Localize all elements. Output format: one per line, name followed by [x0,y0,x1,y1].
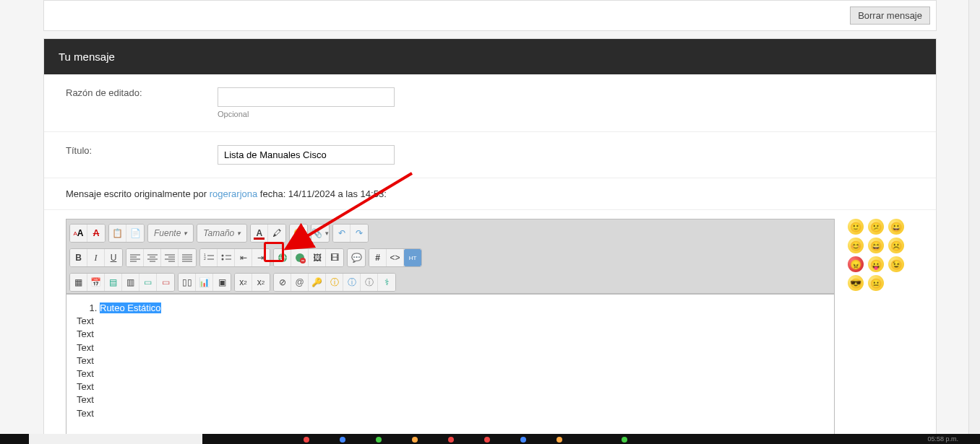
message-form-panel: Tu mensaje Razón de editado: Opcional Tí… [43,38,937,440]
quote-icon[interactable]: 💬 [348,249,365,266]
emoji-angry[interactable]: 😠 [848,256,864,272]
font-color-icon[interactable]: AA [70,225,87,242]
emoji-smile[interactable]: 🙂 [848,219,864,235]
info-gray-icon[interactable]: ⓘ [361,274,378,291]
columns-icon[interactable]: ▯▯ [179,274,196,291]
panel-title: Tu mensaje [59,51,115,63]
text-color-picker-icon[interactable]: A [251,225,268,242]
align-left-icon[interactable] [126,249,144,266]
editor-line: Text [77,380,824,393]
scrollbar[interactable] [968,0,980,444]
editor-line: Text [77,354,824,367]
editor-line: Text [77,341,824,354]
toolbar-row-2: B I U 12 ⇤ [66,244,834,269]
taskbar-start-region [29,434,202,444]
toolbar-row-3: ▦ 📅 ▤ ▥ ▭ ▭ ▯▯ 📊 ▣ x [66,269,834,294]
chart-icon[interactable]: 📊 [196,274,213,291]
grid-icon[interactable]: ▥ [122,274,139,291]
table-icon[interactable]: ▦ [70,274,87,291]
info-yellow-icon[interactable]: ⓘ [326,274,343,291]
delete-message-button[interactable]: Borrar mensaje [850,6,930,25]
align-right-icon[interactable] [161,249,179,266]
edit-reason-row: Razón de editado: Opcional [44,74,936,132]
delete-row-icon[interactable]: ▭ [157,274,174,291]
emoji-laugh[interactable]: 😄 [868,238,884,253]
editor-content-area[interactable]: Ruteo Estático Text Text Text Text Text … [66,294,834,438]
author-link[interactable]: rogerarjona [210,188,258,199]
rich-text-editor: AA A 📋 📄 Fuente Tamaño [66,219,835,439]
bold-button[interactable]: B [70,249,87,266]
align-justify-icon[interactable] [179,249,196,266]
editor-line: Text [77,328,824,341]
subscript-icon[interactable]: x2 [235,274,252,291]
panel-header: Tu mensaje [44,39,936,74]
key-icon[interactable]: 🔑 [309,274,326,291]
undo-icon[interactable]: ↶ [333,225,351,242]
toolbar-row-1: AA A 📋 📄 Fuente Tamaño [66,219,834,244]
title-label: Título: [66,145,218,156]
meta-suffix: fecha: 14/11/2024 a las 14:53: [257,188,387,199]
insert-image-icon[interactable]: 🖼 [309,249,326,266]
editor-line: Text [77,367,824,380]
emoji-happy[interactable]: 😊 [848,238,864,253]
spoiler-icon[interactable]: ⊘ [274,274,291,291]
medical-icon[interactable]: ⚕ [378,274,395,291]
redo-icon[interactable]: ↷ [351,225,368,242]
highlight-color-picker-icon[interactable]: 🖍 [268,225,285,242]
indent-icon[interactable]: ⇥ [252,249,270,266]
ordered-list-icon[interactable]: 12 [200,249,218,266]
insert-row-icon[interactable]: ▭ [139,274,157,291]
emoji-grin[interactable]: 😀 [888,219,904,235]
attachment-dropdown-icon[interactable]: 📎 [311,225,329,242]
editor-line: Text [77,407,824,420]
meta-prefix: Mensaje escrito originalmente por [66,188,210,199]
svg-point-21 [221,258,223,261]
title-row: Título: [44,132,936,178]
calendar-icon[interactable]: 📅 [87,274,105,291]
selected-text: Ruteo Estático [100,302,161,313]
font-dropdown[interactable]: Fuente [148,225,193,242]
copy-icon[interactable]: 📋 [109,225,126,242]
edit-reason-label: Razón de editado: [66,87,218,98]
superscript-icon[interactable]: x2 [252,274,270,291]
paste-icon[interactable]: 📄 [126,225,144,242]
svg-point-20 [221,255,223,257]
editor-line: Text [77,315,824,328]
title-input[interactable] [218,145,395,165]
top-action-bar: Borrar mensaje [43,0,937,31]
editor-line: Text [77,393,824,406]
html-icon[interactable]: HT [404,249,421,266]
underline-button[interactable]: U [105,249,122,266]
spreadsheet-icon[interactable]: ▤ [105,274,122,291]
edit-reason-hint: Opcional [218,110,914,118]
size-dropdown[interactable]: Tamaño [197,225,246,242]
emoji-wink[interactable]: 😉 [888,256,904,272]
emoji-picker-icon[interactable]: 😊 [290,225,307,242]
align-center-icon[interactable] [144,249,161,266]
mention-icon[interactable]: @ [291,274,309,291]
svg-text:2: 2 [204,256,206,261]
emoji-neutral[interactable]: 😐 [868,275,884,291]
emoji-cool[interactable]: 😎 [848,275,864,291]
taskbar-time: 05:58 p.m. [927,434,958,444]
emoji-tongue[interactable]: 😛 [868,256,884,272]
code-icon[interactable]: <> [387,249,404,266]
emoji-confused[interactable]: 😕 [868,219,884,235]
original-author-line: Mensaje escrito originalmente por rogera… [44,178,936,210]
os-taskbar: 05:58 p.m. [0,434,980,444]
outdent-icon[interactable]: ⇤ [235,249,252,266]
emoji-sidebar: 🙂 😕 😀 😊 😄 ☹️ 😠 😛 😉 😎 😐 [835,219,914,291]
insert-video-icon[interactable]: 🎞 [326,249,343,266]
emoji-sad[interactable]: ☹️ [888,238,904,253]
layout-icon[interactable]: ▣ [213,274,231,291]
edit-reason-input[interactable] [218,87,395,107]
unordered-list-icon[interactable] [218,249,235,266]
italic-button[interactable]: I [87,249,105,266]
background-color-icon[interactable]: A [87,225,105,242]
insert-link-icon[interactable] [274,249,291,266]
info-blue-icon[interactable]: ⓘ [343,274,361,291]
hash-icon[interactable]: # [369,249,387,266]
remove-link-icon[interactable] [291,249,309,266]
